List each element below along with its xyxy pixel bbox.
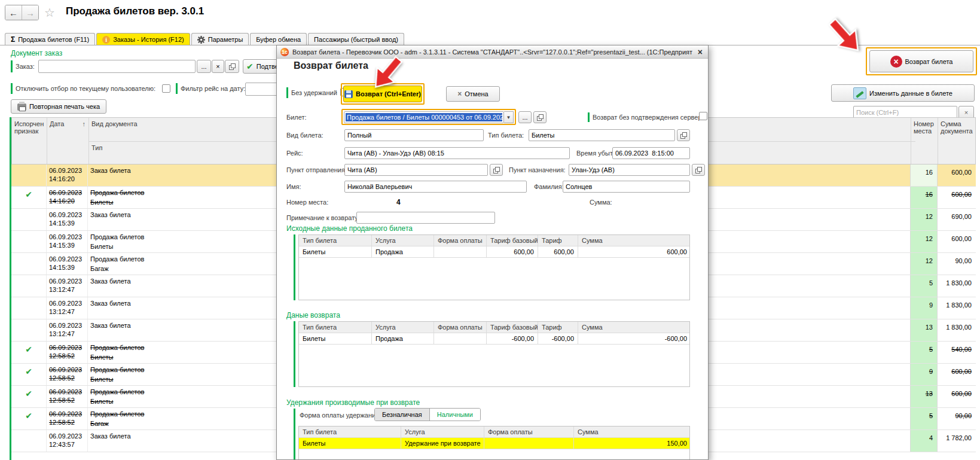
field-marker xyxy=(11,83,13,94)
tab-4[interactable]: Пассажиры (быстрый ввод) xyxy=(308,33,404,45)
ticket-choose-button[interactable]: ... xyxy=(518,111,532,123)
tab-0[interactable]: ΣПродажа билетов (F11) xyxy=(5,33,95,45)
no-server-confirm-checkbox[interactable] xyxy=(699,112,707,120)
disable-filter-checkbox[interactable] xyxy=(162,84,170,93)
date-cell: 06.09.202314:15:39 xyxy=(46,231,88,252)
order-clear-button[interactable]: × xyxy=(212,60,224,73)
cell: -600,00 xyxy=(538,333,578,344)
reprint-receipt-button[interactable]: Повторная печать чека xyxy=(11,99,106,114)
toggle-cash[interactable]: Наличными xyxy=(429,409,480,421)
column-header[interactable]: Форма оплаты xyxy=(484,427,574,437)
from-label: Пункт отправления: xyxy=(286,166,347,173)
favorite-star-icon[interactable]: ☆ xyxy=(44,5,55,20)
date-cell: 06.09.202312:58:52 xyxy=(46,342,88,363)
dialog-return-button[interactable]: Возврат (Ctrl+Enter) xyxy=(343,86,422,102)
red-x-icon: × xyxy=(890,56,902,68)
route-input[interactable]: Чита (АВ) - Улан-Удэ (АВ) 08:15 xyxy=(344,147,570,159)
top-bar: ← → ☆ Продажа билетов вер. 3.0.1 xyxy=(0,0,980,33)
order-open-button[interactable] xyxy=(225,60,239,73)
dialog-table-header[interactable]: Тип билетаУслугаФорма оплатыТариф базовы… xyxy=(299,322,689,333)
back-button[interactable]: ← xyxy=(5,5,22,20)
spoiled-cell xyxy=(11,319,46,341)
departure-input[interactable]: 06.09.2023 8:15:00 xyxy=(612,147,690,159)
dialog-table-row[interactable]: БилетыПродажа600,00600,00600,00 xyxy=(299,246,689,258)
type-open-button[interactable] xyxy=(677,129,690,141)
source-ticket-table[interactable]: Тип билетаУслугаФорма оплатыТариф базовы… xyxy=(298,234,690,300)
dialog-cancel-button[interactable]: × Отмена xyxy=(446,86,500,102)
date-filter-input[interactable] xyxy=(245,83,281,96)
spoiled-cell xyxy=(11,430,46,452)
column-header[interactable]: Тариф xyxy=(538,235,578,246)
tab-3[interactable]: Буфер обмена xyxy=(250,33,307,45)
spoiled-cell xyxy=(11,275,46,297)
payment-form-label: Форма оплаты удержаний: xyxy=(300,412,381,419)
spoiled-cell xyxy=(11,209,46,230)
from-open-button[interactable] xyxy=(490,164,503,176)
from-input[interactable]: Чита (АВ) xyxy=(344,164,488,176)
ticket-open-button[interactable] xyxy=(533,111,547,123)
dialog-title-bar[interactable]: 1с Возврат билета - Перевозчик ООО - adm… xyxy=(277,45,708,59)
column-header[interactable]: Услуга xyxy=(372,322,434,333)
to-open-button[interactable] xyxy=(692,164,705,176)
sort-asc-icon: ↑ xyxy=(83,120,86,127)
column-header[interactable]: Тариф xyxy=(538,322,578,333)
cancel-x-icon: × xyxy=(457,90,462,98)
return-data-table[interactable]: Тип билетаУслугаФорма оплатыТариф базовы… xyxy=(298,321,690,387)
dialog-table-header[interactable]: Тип билетаУслугаФорма оплатыСумма xyxy=(299,427,689,438)
type-input[interactable]: Билеты xyxy=(529,129,675,141)
col-header-seat[interactable]: Номерместа xyxy=(911,118,938,164)
sum-cell: 540,00 xyxy=(937,342,976,363)
forward-button[interactable]: → xyxy=(22,5,38,20)
deduction-section-title: Удержания производимые при возврате xyxy=(286,398,420,407)
column-header[interactable]: Сумма xyxy=(578,322,690,333)
field-marker xyxy=(588,112,590,122)
column-header[interactable]: Тип билета xyxy=(299,235,372,246)
ticket-input[interactable]: Продажа билетов / Билеты 000000453 от 06… xyxy=(344,111,504,123)
cell: -600,00 xyxy=(487,333,538,344)
edit-ticket-button[interactable]: Изменить данные в билете xyxy=(831,84,975,102)
name-input[interactable]: Николай Валерьевич xyxy=(344,181,527,193)
toggle-cashless[interactable]: Безналичная xyxy=(375,409,429,421)
column-header[interactable]: Тариф базовый xyxy=(487,235,538,246)
sum-cell: 600,00 xyxy=(937,187,976,208)
dialog-table-header[interactable]: Тип билетаУслугаФорма оплатыТариф базовы… xyxy=(299,235,689,246)
column-header[interactable]: Услуга xyxy=(401,427,484,437)
note-input[interactable] xyxy=(356,212,495,224)
column-header[interactable]: Сумма xyxy=(574,427,690,437)
cell: -600,00 xyxy=(578,333,690,344)
tab-1[interactable]: iЗаказы - История (F12) xyxy=(96,33,190,45)
kind-input[interactable]: Полный xyxy=(344,129,484,141)
tab-bar: ΣПродажа билетов (F11)iЗаказы - История … xyxy=(0,33,980,45)
surname-input[interactable]: Солнцев xyxy=(563,181,690,193)
dialog-close-icon[interactable]: × xyxy=(696,47,704,57)
col-header-sum[interactable]: Суммадокумента xyxy=(938,118,976,164)
date-cell: 06.09.202314:16:20 xyxy=(46,164,88,186)
column-header[interactable]: Услуга xyxy=(372,235,434,246)
order-input[interactable] xyxy=(38,60,196,73)
seat-label: Номер места: xyxy=(286,199,328,206)
deduction-table[interactable]: Тип билетаУслугаФорма оплатыСуммаБилетыУ… xyxy=(298,426,690,460)
col-header-spoiled[interactable]: Испорченпризнак xyxy=(12,118,47,164)
column-header[interactable]: Тип билета xyxy=(299,322,372,333)
column-header[interactable]: Форма оплаты xyxy=(434,322,487,333)
kind-label: Вид билета: xyxy=(286,132,323,139)
sum-cell: 600,00 xyxy=(937,364,976,385)
dialog-table-row[interactable]: БилетыПродажа-600,00-600,00-600,00 xyxy=(299,333,689,345)
sum-label: Сумма: xyxy=(590,199,612,206)
ticket-dropdown-button[interactable]: ▼ xyxy=(504,111,514,123)
dialog-table-row[interactable]: БилетыУдержание при возврате150,00 xyxy=(299,438,689,449)
to-input[interactable]: Улан-Удэ (АВ) xyxy=(569,164,690,176)
return-ticket-label: Возврат билета xyxy=(905,58,953,65)
return-section-title: Даные возврата xyxy=(286,311,340,319)
order-choose-button[interactable]: ... xyxy=(197,60,211,73)
column-header[interactable]: Форма оплаты xyxy=(434,235,487,246)
table-focus-marker xyxy=(294,409,295,460)
cell: Билеты xyxy=(299,333,372,344)
column-header[interactable]: Тип билета xyxy=(299,427,401,437)
column-header[interactable]: Тариф базовый xyxy=(487,322,538,333)
tab-2[interactable]: Параметры xyxy=(191,33,249,45)
col-header-date[interactable]: Дата ↑ xyxy=(47,118,88,164)
column-header[interactable]: Сумма xyxy=(578,235,690,246)
return-ticket-button[interactable]: × Возврат билета xyxy=(869,50,973,72)
cell: Билеты xyxy=(299,246,372,257)
